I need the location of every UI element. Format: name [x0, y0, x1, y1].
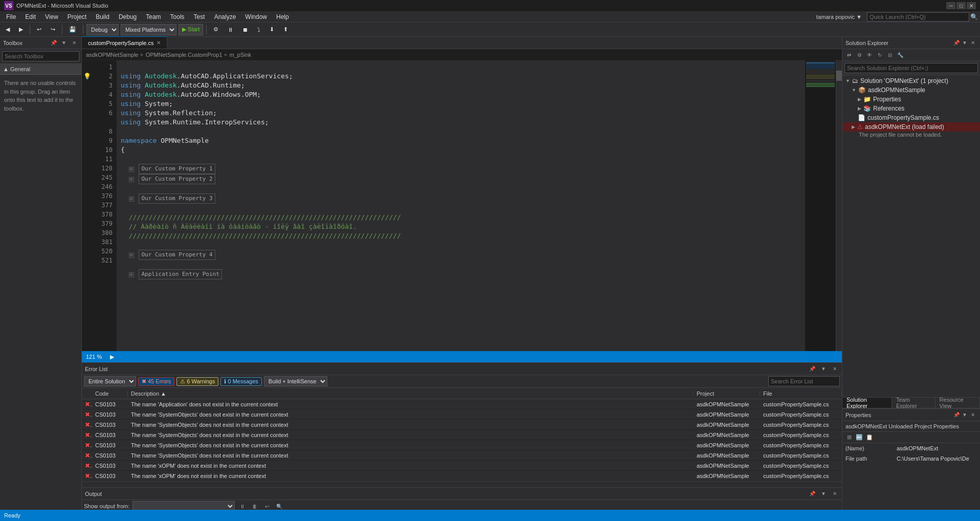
toolbox-pin-button[interactable]: 📌 [50, 39, 58, 47]
collapse-btn-4[interactable]: ⊟ [129, 253, 134, 258]
menu-item-debug[interactable]: Debug [115, 12, 141, 21]
menu-item-edit[interactable]: Edit [21, 12, 40, 21]
collapsed-region-5[interactable]: Application Entry Point [139, 269, 221, 279]
toolbox-options-button[interactable]: ▼ [60, 39, 68, 47]
errors-badge[interactable]: ✖ 45 Errors [138, 377, 174, 386]
error-search-input[interactable] [768, 376, 840, 386]
se-tab-team-explorer[interactable]: Team Explorer [892, 398, 936, 408]
step-into[interactable]: ⬇ [266, 24, 278, 35]
toolbox-close-button[interactable]: ✕ [70, 39, 78, 47]
error-row[interactable]: ✖ CS0103 The name 'SystemObjects' does n… [82, 430, 842, 440]
se-tab-solution-explorer[interactable]: Solution Explorer [842, 398, 892, 408]
breadcrumb-namespace[interactable]: asdkOPMNetSample [86, 52, 139, 58]
debug-config-dropdown[interactable]: Debug [86, 24, 119, 35]
menu-item-tools[interactable]: Tools [166, 12, 189, 21]
platform-dropdown[interactable]: Mixed Platforms [121, 24, 176, 35]
messages-badge[interactable]: ℹ 0 Messages [220, 377, 261, 386]
editor-scrollbar[interactable] [836, 60, 842, 351]
start-button[interactable]: ▶ Start [179, 24, 203, 35]
collapsed-region-2[interactable]: Our Custom Property 2 [139, 174, 215, 184]
menu-item-help[interactable]: Help [272, 12, 293, 21]
menu-item-test[interactable]: Test [190, 12, 209, 21]
error-row[interactable]: ✖ CS0103 The name 'Application' does not… [82, 399, 842, 409]
menu-item-build[interactable]: Build [92, 12, 114, 21]
breadcrumb-member[interactable]: m_pSink [230, 52, 252, 58]
se-options-button[interactable]: ▼ [961, 39, 969, 47]
error-row[interactable]: ✖ CS0103 The name 'SystemObjects' does n… [82, 450, 842, 461]
output-options-button[interactable]: ▼ [819, 490, 828, 498]
se-search-input[interactable] [844, 63, 978, 73]
col-file[interactable]: File [760, 390, 842, 397]
maximize-button[interactable]: □ [956, 2, 966, 9]
attach-button[interactable]: ⚙ [210, 24, 222, 35]
stop-button[interactable]: ⏹ [239, 24, 252, 35]
break-button[interactable]: ⏸ [224, 24, 237, 35]
se-show-all-button[interactable]: 👁 [865, 51, 874, 60]
close-button[interactable]: ✕ [967, 2, 976, 9]
menu-item-file[interactable]: File [2, 12, 20, 21]
forward-button[interactable]: ▶ [15, 24, 27, 35]
se-settings-button[interactable]: 🔧 [896, 51, 905, 60]
tab-close-icon[interactable]: ✕ [157, 40, 161, 46]
collapsed-region-1[interactable]: Our Custom Property 1 [139, 164, 215, 174]
warnings-badge[interactable]: ⚠ 6 Warnings [176, 377, 218, 386]
menu-item-window[interactable]: Window [241, 12, 271, 21]
collapse-btn-1[interactable]: ⊟ [129, 167, 134, 172]
save-button[interactable]: 💾 [65, 24, 80, 35]
se-tab-resource-view[interactable]: Resource View [936, 398, 980, 408]
error-panel-close-button[interactable]: ✕ [831, 365, 839, 373]
se-refresh-button[interactable]: ↻ [875, 51, 884, 60]
code-content[interactable]: using Autodesk.AutoCAD.ApplicationServic… [117, 60, 805, 351]
props-page-btn[interactable]: 📋 [865, 433, 874, 442]
collapsed-region-3[interactable]: Our Custom Property 3 [139, 193, 215, 204]
step-out[interactable]: ⬆ [280, 24, 292, 35]
error-scope-dropdown[interactable]: Entire Solution [84, 376, 136, 386]
se-collapse-button[interactable]: ⊟ [885, 51, 895, 60]
se-pin-button[interactable]: 📌 [952, 39, 961, 47]
error-row[interactable]: ✖ CS0103 The name 'xOPM' does not exist … [82, 471, 842, 481]
properties-pin-button[interactable]: 📌 [952, 411, 961, 419]
lightbulb-icon[interactable]: 💡 [82, 72, 92, 81]
error-panel-options-button[interactable]: ▼ [819, 365, 828, 373]
se-close-button[interactable]: ✕ [969, 39, 977, 47]
collapse-btn-3[interactable]: ⊟ [129, 197, 134, 202]
col-description[interactable]: Description ▲ [128, 390, 694, 397]
error-row[interactable]: ✖ CS0103 The name 'xOPM' does not exist … [82, 461, 842, 471]
output-close-button[interactable]: ✕ [831, 490, 839, 498]
menu-item-view[interactable]: View [41, 12, 62, 21]
error-panel-pin-button[interactable]: 📌 [808, 365, 816, 373]
quick-launch-input[interactable] [867, 12, 969, 21]
se-sync-button[interactable]: ⇄ [844, 51, 854, 60]
tree-failed-project-node[interactable]: ▶ ⚠ asdkOPMNetExt (load failed) [842, 122, 980, 132]
error-row[interactable]: ✖ CS0103 The name 'SystemObjects' does n… [82, 420, 842, 430]
collapsed-region-4[interactable]: Our Custom Property 4 [139, 250, 215, 260]
col-code[interactable]: Code [92, 390, 128, 397]
minimize-button[interactable]: ─ [946, 2, 955, 9]
props-filepath-row[interactable]: File path C:\Users\Tamara Popovic\De [842, 453, 980, 464]
props-categorized-btn[interactable]: ⊞ [844, 433, 854, 442]
collapse-btn-5[interactable]: ⊟ [129, 272, 134, 277]
toolbox-search-input[interactable] [2, 51, 79, 61]
editor-tab-active[interactable]: customPropertySample.cs ✕ [82, 36, 167, 49]
tree-project-node[interactable]: ▼ 📦 asdkOPMNetSample [842, 85, 980, 95]
error-row[interactable]: ✖ CS0103 The name 'SystemObjects' does n… [82, 409, 842, 420]
props-name-row[interactable]: (Name) asdkOPMNetExt [842, 443, 980, 453]
tree-references-node[interactable]: ▶ 📚 References [842, 104, 980, 113]
menu-item-analyze[interactable]: Analyze [210, 12, 240, 21]
properties-options-button[interactable]: ▼ [961, 411, 969, 419]
menu-item-project[interactable]: Project [63, 12, 91, 21]
scrollbar-thumb[interactable] [836, 71, 842, 81]
step-over[interactable]: ⤵ [254, 24, 264, 35]
properties-close-button[interactable]: ✕ [969, 411, 977, 419]
menu-item-team[interactable]: Team [142, 12, 165, 21]
se-properties-button[interactable]: ⚙ [855, 51, 864, 60]
error-row[interactable]: ✖ CS0103 The name 'SystemObjects' does n… [82, 440, 842, 450]
col-project[interactable]: Project [694, 390, 760, 397]
zoom-expand-icon[interactable]: ▶ [110, 354, 114, 360]
tree-file-node[interactable]: 📄 customPropertySample.cs [842, 113, 980, 122]
error-horizontal-scrollbar[interactable] [82, 481, 842, 487]
redo-button[interactable]: ↪ [47, 24, 59, 35]
props-alphabetical-btn[interactable]: 🔤 [855, 433, 864, 442]
undo-button[interactable]: ↩ [33, 24, 45, 35]
zoom-level[interactable]: 121 % [86, 354, 102, 360]
